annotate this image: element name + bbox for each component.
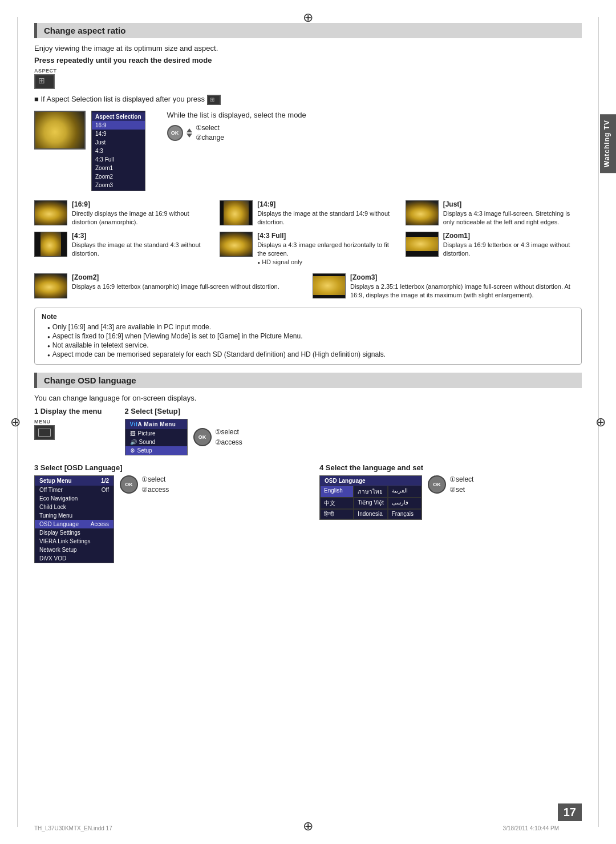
aspect-menu-item-149[interactable]: 14:9 [92,130,145,138]
footer-file: TH_L37U30KMTX_EN.indd 17 [34,825,112,831]
step2-labels: ①select ②access [215,428,242,446]
lang-thai[interactable]: ภาษาไทย [354,486,387,498]
lang-english[interactable]: English [320,486,354,498]
aspect-intro: Enjoy viewing the image at its optimum s… [34,44,582,53]
step2-ok-btn[interactable]: OK [193,428,212,446]
note-item-4: Aspect mode can be memorised separately … [47,350,574,358]
setup-item-econav[interactable]: Eco Navigation [35,494,114,503]
reg-mark-bottom: ⊕ [303,819,313,834]
note-item-3: Not available in teletext service. [47,341,574,349]
change-osd-section: Change OSD language You can change langu… [34,373,582,563]
mode-thumb-just [406,200,439,225]
mode-label-block-zoom3: [Zoom3] Displays a 2.35:1 letterbox (ana… [350,273,582,300]
if-aspect-row: Aspect Selection 16:9 14:9 Just 4:3 4:3 … [34,111,582,191]
lang-hindi[interactable]: हिन्दी [320,509,354,519]
note-item-2: Aspect is fixed to [16:9] when [Viewing … [47,332,574,340]
lang-french[interactable]: Français [388,509,422,519]
mode-item-169: [16:9] Directly displays the image at 16… [34,200,210,227]
step3-header: 3 Select [OSD Language] [34,463,297,472]
modes-grid: [16:9] Directly displays the image at 16… [34,200,582,265]
lang-indonesian[interactable]: Indonesia [354,509,387,519]
osd-lang-menu: OSD Language English ภาษาไทย العربية 中文 … [319,475,422,520]
note-section: Note Only [16:9] and [4:3] are available… [34,308,582,365]
mode-label-block-just: [Just] Displays a 4:3 image full-screen.… [443,200,582,227]
aspect-menu-item-zoom3[interactable]: Zoom3 [92,181,145,189]
mode-item-43full: [4:3 Full] Displays a 4:3 image enlarged… [220,232,396,265]
step4-ok-btn[interactable]: OK [428,475,446,494]
select-access-labels: ①select ②change [196,124,224,142]
mode-thumb-43 [34,232,67,257]
aspect-menu-item-43full[interactable]: 4:3 Full [92,155,145,164]
lang-arabic[interactable]: العربية [388,486,422,498]
aspect-menu-title: Aspect Selection [92,112,145,121]
viera-item-setup[interactable]: ⚙ Setup [125,446,187,455]
arrow-down-icon [187,134,192,138]
zoom-modes-row: [Zoom2] Displays a 16:9 letterbox (anamo… [34,273,582,300]
mode-label-block-zoom1: [Zoom1] Displays a 16:9 letterbox or 4:3… [443,232,582,259]
aspect-label: ASPECT [34,68,582,74]
aspect-menu-item-zoom1[interactable]: Zoom1 [92,164,145,172]
mode-thumb-43full [220,232,253,257]
osd-lang-title: OSD Language [320,476,422,486]
mode-label-zoom1: [Zoom1] [443,232,582,240]
step4-ok-row: OK ①select ②set [428,475,473,494]
step4-labels: ①select ②set [449,475,473,494]
mode-label-block-43: [4:3] Displays the image at the standard… [72,232,210,259]
setup-menu: Setup Menu 1/2 Off TimerOff Eco Navigati… [34,475,114,563]
setup-item-tuning[interactable]: Tuning Menu [35,511,114,520]
mode-label-block-43full: [4:3 Full] Displays a 4:3 image enlarged… [257,232,396,265]
step4-header: 4 Select the language and set [319,463,582,472]
change-osd-header: Change OSD language [34,373,582,388]
setup-item-display[interactable]: Display Settings [35,528,114,537]
menu-button[interactable] [34,425,55,440]
aspect-menu-item-43[interactable]: 4:3 [92,147,145,155]
aspect-menu-item-169[interactable]: 16:9 [92,121,145,130]
setup-item-divx[interactable]: DiVX VOD [35,554,114,563]
aspect-menu-item-just[interactable]: Just [92,138,145,147]
select-label: ①select [196,124,224,132]
mode-label-block-149: [14:9] Displays the image at the standar… [257,200,396,227]
osd-steps-12: 1 Display the menu MENU 2 Select [Setup] [34,407,582,455]
ok-button[interactable]: OK [167,125,183,141]
arrow-controls [187,128,192,138]
viera-item-sound[interactable]: 🔊 Sound [125,438,187,446]
mode-label-43: [4:3] [72,232,210,240]
setup-item-offtimer[interactable]: Off TimerOff [35,486,114,494]
lang-vietnamese[interactable]: Tiếng Việt [354,498,387,509]
menu-label: MENU [34,419,102,425]
setup-item-childlock[interactable]: Child Lock [35,503,114,511]
viera-item-picture[interactable]: 🖼 Picture [125,429,187,438]
mode-item-just: [Just] Displays a 4:3 image full-screen.… [406,200,582,227]
mode-item-zoom2: [Zoom2] Displays a 16:9 letterbox (anamo… [34,273,303,300]
setup-item-network[interactable]: Network Setup [35,546,114,554]
aspect-menu-item-zoom2[interactable]: Zoom2 [92,172,145,181]
mode-desc-just: Displays a 4:3 image full-screen. Stretc… [443,209,582,227]
lang-chinese[interactable]: 中文 [320,498,354,509]
watching-tv-sidebar: Watching TV [600,114,616,173]
aspect-bold-instruction: Press repeatedly until you reach the des… [34,56,582,64]
mode-thumb-149 [220,200,253,225]
step2-content: VifA Main Menu 🖼 Picture 🔊 Sound ⚙ [125,419,582,455]
mode-thumb-zoom2 [34,273,67,298]
setup-item-osd[interactable]: OSD LanguageAccess [35,520,114,528]
step3-ok-btn[interactable]: OK [120,475,138,494]
setup-item-viera[interactable]: VIERA Link Settings [35,537,114,546]
mode-desc-43full: Displays a 4:3 image enlarged horizontal… [257,241,396,259]
change-label: ②change [196,134,224,142]
reg-mark-left: ⊕ [10,415,21,430]
mode-item-149: [14:9] Displays the image at the standar… [220,200,396,227]
step1: 1 Display the menu MENU [34,407,102,455]
step2-nav: OK ①select ②access [193,428,242,446]
mode-label-149: [14:9] [257,200,396,208]
mode-item-zoom1: [Zoom1] Displays a 16:9 letterbox or 4:3… [406,232,582,265]
step4-nav: OK ①select ②set [428,475,473,494]
mode-label-block-169: [16:9] Directly displays the image at 16… [72,200,210,227]
lang-farsi[interactable]: فارسی [388,498,422,509]
aspect-button-area: ASPECT [34,68,582,89]
mode-desc-149: Displays the image at the standard 14:9 … [257,209,396,227]
change-aspect-ratio-header: Change aspect ratio [34,23,582,38]
mode-desc-zoom2: Displays a 16:9 letterbox (anamorphic) i… [72,282,279,291]
reg-mark-right: ⊕ [595,415,606,430]
mode-item-zoom3: [Zoom3] Displays a 2.35:1 letterbox (ana… [313,273,582,300]
menu-button-inner [38,429,51,437]
